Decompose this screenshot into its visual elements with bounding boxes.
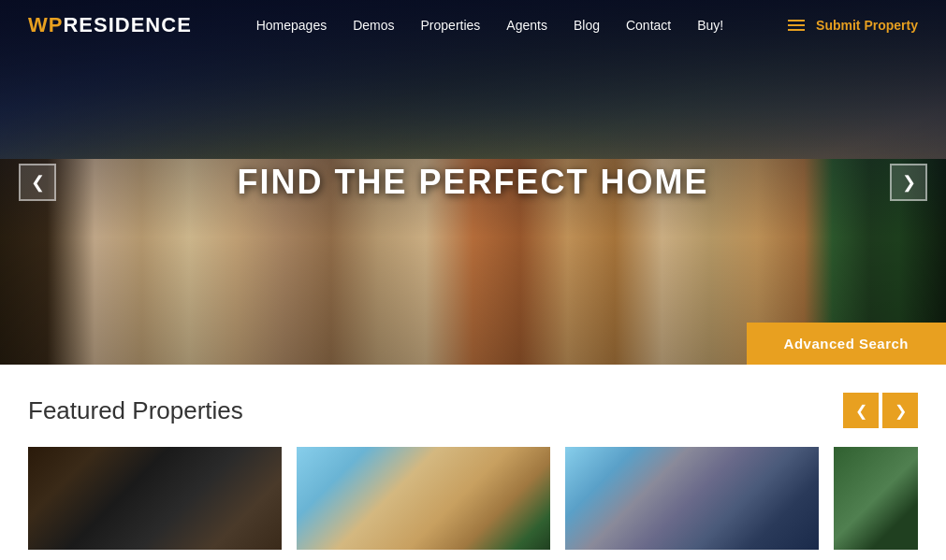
submit-property-btn[interactable]: Submit Property <box>788 18 918 33</box>
nav-properties[interactable]: Properties <box>421 18 481 33</box>
hero-next-button[interactable]: ❯ <box>890 164 927 201</box>
logo-residence: RESIDENCE <box>63 13 191 36</box>
hero-title: FIND THE PERFECT HOME <box>237 163 708 202</box>
nav-contact[interactable]: Contact <box>626 18 671 33</box>
property-card-4[interactable] <box>834 447 918 550</box>
property-image-2 <box>297 447 550 550</box>
properties-prev-button[interactable]: ❮ <box>843 393 879 428</box>
chevron-right-icon: ❯ <box>902 172 916 193</box>
property-image-4 <box>834 447 918 550</box>
nav-blog[interactable]: Blog <box>574 18 600 33</box>
property-card-1[interactable] <box>28 447 282 550</box>
main-nav: Homepages Demos Properties Agents Blog C… <box>256 18 724 33</box>
advanced-search-button[interactable]: Advanced Search <box>747 323 946 365</box>
section-title: Featured Properties <box>28 396 243 425</box>
property-card-2[interactable] <box>297 447 550 550</box>
properties-next-button[interactable]: ❯ <box>882 393 918 428</box>
submit-property-label: Submit Property <box>816 18 918 33</box>
nav-agents[interactable]: Agents <box>506 18 547 33</box>
hero-prev-button[interactable]: ❮ <box>19 164 56 201</box>
hero-section: WPRESIDENCE Homepages Demos Properties A… <box>0 0 946 365</box>
hamburger-icon <box>788 20 805 31</box>
featured-properties-section: Featured Properties ❮ ❯ <box>0 365 946 560</box>
property-card-3[interactable] <box>565 447 819 550</box>
site-logo[interactable]: WPRESIDENCE <box>28 13 192 37</box>
nav-homepages[interactable]: Homepages <box>256 18 327 33</box>
property-image-3 <box>565 447 819 550</box>
nav-buy[interactable]: Buy! <box>697 18 723 33</box>
property-image-1 <box>28 447 282 550</box>
chevron-left-icon: ❮ <box>31 172 45 193</box>
nav-demos[interactable]: Demos <box>353 18 394 33</box>
section-header: Featured Properties ❮ ❯ <box>28 393 918 428</box>
property-nav-arrows: ❮ ❯ <box>843 393 918 428</box>
hero-image: ❮ FIND THE PERFECT HOME ❯ Advanced Searc… <box>0 0 946 365</box>
properties-grid <box>28 447 918 550</box>
site-header: WPRESIDENCE Homepages Demos Properties A… <box>0 0 946 50</box>
logo-wp: WP <box>28 13 63 36</box>
